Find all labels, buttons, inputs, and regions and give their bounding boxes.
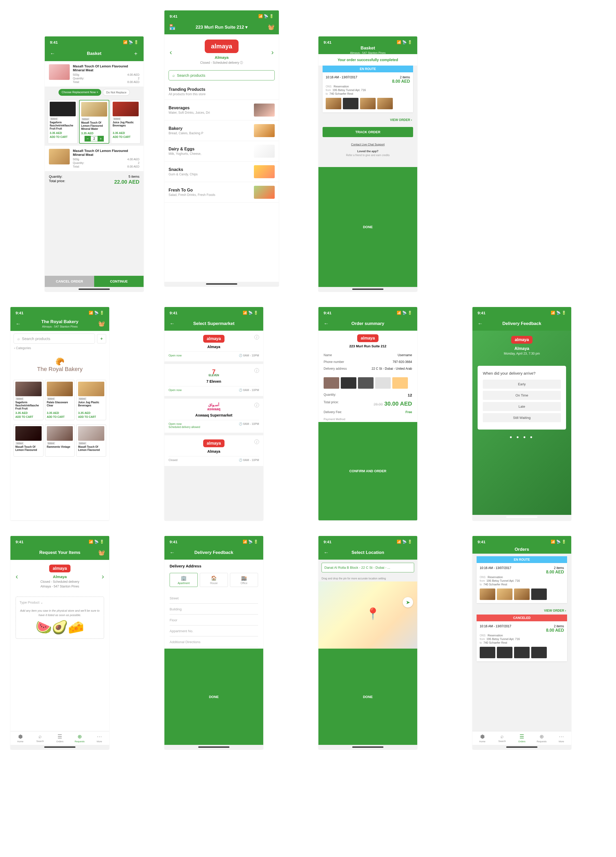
loved-app-link[interactable]: Loved the app? — [319, 150, 417, 153]
basket-item[interactable]: Masafi Touch Of Lemon Flavoured Mineral … — [45, 61, 144, 87]
tab-requests[interactable]: ⊕Requests — [70, 733, 90, 743]
address-selector[interactable]: 223 Murl Run Suite 212 ▾ — [196, 25, 248, 30]
categories-link[interactable]: ‹ Categories — [11, 346, 109, 352]
tab-search[interactable]: ⌕Search — [492, 733, 512, 743]
cancel-order-button[interactable]: CANCEL ORDER — [45, 276, 94, 287]
prev-store-button[interactable]: ‹ — [164, 48, 177, 56]
order-card[interactable]: 10:16 AM - 13/07/20172 items8.00 AED ONS… — [477, 621, 567, 661]
continue-button[interactable]: CONTINUE — [94, 276, 144, 287]
product-image — [113, 102, 139, 116]
tab-more[interactable]: ⋯More — [551, 733, 571, 743]
track-order-button[interactable]: TRACK ORDER — [323, 127, 413, 137]
tab-house[interactable]: 🏠House — [200, 573, 228, 587]
supermarket-card[interactable]: almayaiAlmaya Closed🕐 8AM - 10PM — [164, 435, 263, 466]
tab-orders[interactable]: ☰Orders — [512, 733, 532, 743]
supermarket-card[interactable]: almayaiAlmaya Open now🕐 8AM - 10PM — [164, 331, 263, 361]
add-to-cart-button[interactable]: ADD TO CART — [15, 416, 42, 418]
add-to-cart-button[interactable]: ADD TO CART — [47, 416, 73, 418]
product-card[interactable]: 500mlMasafi Touch Of Lemon Flavoured — [76, 424, 106, 456]
product-card[interactable]: 500ml Juice Jug Plastic Beverages 3.35 A… — [111, 100, 141, 144]
back-icon[interactable]: ← — [323, 549, 330, 555]
tab-office[interactable]: 🏬Office — [230, 573, 258, 587]
product-card[interactable]: 500mlPalais Glassware Clear3.35 AEDADD T… — [45, 380, 75, 420]
order-card[interactable]: 10:16 AM - 13/07/20172 items8.00 AED ONS… — [477, 563, 567, 603]
search-input[interactable]: ⌕ Search products — [169, 70, 275, 80]
feedback-option[interactable]: On Time — [483, 391, 561, 400]
add-button[interactable]: + — [97, 334, 106, 343]
feedback-option[interactable]: Late — [483, 402, 561, 411]
next-store-button[interactable]: › — [266, 48, 279, 56]
confirm-order-button[interactable]: CONFIRM AND ORDER — [319, 422, 417, 521]
view-order-link[interactable]: VIEW ORDER › — [319, 116, 417, 124]
qty-minus-button[interactable]: − — [85, 136, 91, 142]
back-icon[interactable]: ← — [169, 549, 176, 555]
location-input[interactable]: Danat Al Rolla B Block - 22 C St - Dubai… — [322, 563, 414, 572]
category-row[interactable]: Tranding ProductsAll products from this … — [164, 84, 279, 100]
type-product-input[interactable]: Type Product ⌄ — [20, 600, 100, 604]
contact-support-link[interactable]: Contact Live Chat Support — [319, 143, 417, 146]
prev-button[interactable]: ‹ — [11, 572, 23, 581]
basket-icon[interactable]: 🧺 — [98, 549, 105, 556]
product-card[interactable]: 500mlRammento Vintage — [45, 424, 75, 456]
add-to-cart-button[interactable]: ADD TO CART — [78, 416, 104, 418]
tab-more[interactable]: ⋯More — [90, 733, 109, 743]
info-icon[interactable]: i — [254, 335, 259, 340]
info-icon[interactable]: i — [254, 403, 259, 407]
category-row[interactable]: BeveragesWater, Soft Drinks, Juices, Dri — [164, 100, 279, 121]
next-button[interactable]: › — [96, 572, 109, 581]
tab-home[interactable]: ⬢Home — [11, 733, 30, 743]
add-icon[interactable]: ＋ — [132, 50, 139, 57]
tab-home[interactable]: ⬢Home — [472, 733, 492, 743]
supermarket-card[interactable]: أسـواقaswaaqiAswaaq Supermarket Open now… — [164, 399, 263, 433]
choose-replacement-button[interactable]: Choose Replacement Now × — [59, 89, 101, 96]
category-row[interactable]: BakeryBread, Cakes, Backing P — [164, 121, 279, 141]
basket-icon[interactable]: 🧺 — [268, 24, 275, 30]
quantity-stepper[interactable]: −2+ — [81, 136, 107, 142]
product-card[interactable]: 500mlMasafi Touch Of Lemon Flavoured — [14, 424, 43, 456]
back-icon[interactable]: ← — [323, 320, 330, 326]
info-icon[interactable]: i — [254, 439, 259, 444]
product-card-selected[interactable]: 500ml Masafi Touch Of Lemon Flavoured Mi… — [79, 100, 109, 144]
street-input[interactable]: Street — [170, 593, 258, 603]
category-row[interactable]: Fresh To GoSalad, Fresh Drinks, Fresh Fo… — [164, 182, 279, 203]
done-button[interactable]: DONE — [164, 648, 263, 745]
tab-requests[interactable]: ⊕Requests — [532, 733, 551, 743]
back-icon[interactable]: ← — [477, 320, 484, 326]
locate-me-button[interactable]: ➤ — [403, 597, 413, 608]
supermarket-card[interactable]: 7ELEVENi7 Eleven Open now🕐 8AM - 10PM — [164, 364, 263, 396]
home-indicator — [44, 746, 76, 748]
info-icon[interactable]: i — [254, 368, 259, 373]
tabbar: ⬢Home ⌕Search ☰Orders ⊕Requests ⋯More — [472, 731, 571, 745]
product-card[interactable]: 500mlJuice Jug Plastic Beverages3.35 AED… — [76, 380, 106, 420]
basket-item[interactable]: Masafi Touch Of Lemon Flavoured Mineral … — [45, 146, 144, 172]
do-not-replace-button[interactable]: Do Not Replace — [103, 89, 130, 96]
done-button[interactable]: DONE — [319, 167, 417, 287]
product-card[interactable]: 500mlSagaform flaschetrinkflasche Fruit … — [14, 380, 43, 420]
store-icon[interactable]: 🏪 — [169, 24, 176, 30]
back-icon[interactable]: ← — [169, 320, 176, 326]
category-row[interactable]: Dairy & EggsMilk, Yoghurts, Cheese, — [164, 141, 279, 162]
done-button[interactable]: DONE — [319, 648, 417, 745]
floor-input[interactable]: Floor — [170, 615, 258, 625]
map[interactable]: ➤ 📍 — [319, 582, 417, 648]
tab-apartment[interactable]: 🏢Apartment — [170, 573, 198, 587]
directions-input[interactable]: Additional Directions — [170, 637, 258, 647]
tab-search[interactable]: ⌕Search — [30, 733, 50, 743]
back-icon[interactable]: ← — [49, 51, 56, 56]
view-order-link[interactable]: VIEW ORDER › — [472, 607, 571, 614]
order-card[interactable]: 10:16 AM - 13/07/20172 items8.00 AED ONS… — [323, 72, 413, 112]
search-input[interactable]: ⌕Search products — [14, 334, 95, 344]
building-input[interactable]: Building — [170, 604, 258, 614]
feedback-option[interactable]: Early — [483, 380, 561, 389]
add-to-cart-button[interactable]: ADD TO CART — [50, 136, 76, 138]
category-row[interactable]: SnacksGum & Candy, Chips — [164, 162, 279, 182]
apartment-input[interactable]: Appartment No. — [170, 626, 258, 636]
basket-icon[interactable]: 🧺 — [98, 320, 105, 327]
product-card[interactable]: 500ml Sagaform flaschetrinkflasche Fruit… — [48, 100, 77, 144]
map-pin-icon[interactable]: 📍 — [366, 607, 380, 620]
qty-plus-button[interactable]: + — [98, 136, 104, 142]
tab-orders[interactable]: ☰Orders — [50, 733, 70, 743]
back-icon[interactable]: ← — [15, 321, 22, 327]
add-to-cart-button[interactable]: ADD TO CART — [113, 136, 139, 138]
feedback-option[interactable]: Still Waiting — [483, 413, 561, 422]
